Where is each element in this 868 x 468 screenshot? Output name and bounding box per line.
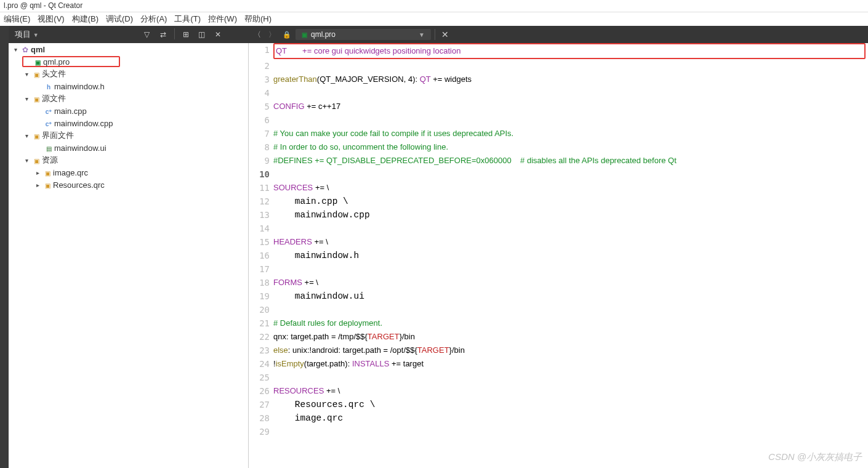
editor-tab-bar: 〈 〉 🔒 ▣ qml.pro ▼ ✕: [249, 26, 868, 43]
folder-icon: ▣: [34, 133, 39, 140]
h-file-icon: h: [47, 84, 50, 91]
tree-folder-forms[interactable]: ▾ ▣ 界面文件: [9, 129, 248, 142]
tree-folder-resources[interactable]: ▾ ▣ 资源: [9, 154, 248, 166]
project-icon: ✿: [22, 46, 28, 54]
tree-file-resource[interactable]: ▸ ▣ Resources.qrc: [9, 179, 248, 191]
tree-file-header[interactable]: h mainwindow.h: [9, 80, 248, 92]
tree-file-resource[interactable]: ▸ ▣ image.qrc: [9, 166, 248, 179]
close-tab-button[interactable]: ✕: [439, 30, 451, 39]
lock-icon[interactable]: 🔒: [281, 28, 293, 41]
menu-view[interactable]: 视图(V): [38, 14, 64, 25]
chevron-down-icon[interactable]: ▾: [22, 95, 31, 102]
code-text: QT += core gui quickwidgets positioning …: [276, 46, 460, 55]
pro-file-icon: ▣: [35, 59, 41, 66]
file-tab[interactable]: ▣ qml.pro ▼: [295, 29, 431, 40]
nav-forward-button[interactable]: 〉: [266, 28, 278, 41]
tree-file-form[interactable]: ▤ mainwindow.ui: [9, 142, 248, 154]
chevron-down-icon[interactable]: ▾: [22, 157, 31, 164]
tree-item-label: Resources.qrc: [53, 180, 105, 190]
tree-item-label: 头文件: [42, 68, 66, 79]
menu-edit[interactable]: 编辑(E): [4, 14, 30, 25]
file-tab-label: qml.pro: [311, 30, 415, 39]
tree-item-label: mainwindow.h: [54, 82, 105, 91]
split-icon[interactable]: ◫: [196, 28, 208, 41]
tree-folder-sources[interactable]: ▾ ▣ 源文件: [9, 92, 248, 105]
menu-build[interactable]: 构建(B): [72, 14, 98, 25]
cpp-file-icon: c⁺: [46, 121, 52, 127]
menu-help[interactable]: 帮助(H): [244, 14, 271, 25]
filter-icon[interactable]: ▽: [141, 28, 153, 41]
tree-item-label: 界面文件: [42, 130, 74, 141]
tree-item-label: main.cpp: [54, 107, 87, 116]
link-icon[interactable]: ⇄: [157, 28, 169, 41]
tree-file-qml-pro[interactable]: ▣ qml.pro: [9, 55, 248, 68]
window-title: l.pro @ qml - Qt Creator: [0, 0, 868, 12]
nav-back-button[interactable]: 〈: [251, 28, 263, 41]
chevron-down-icon[interactable]: ▾: [22, 71, 31, 78]
tree-item-label: image.qrc: [53, 168, 88, 177]
editor-area: 〈 〉 🔒 ▣ qml.pro ▼ ✕ 1QT += core gui quic…: [249, 43, 868, 468]
chevron-down-icon[interactable]: ▾: [11, 46, 20, 53]
close-panel-icon[interactable]: ✕: [212, 28, 224, 41]
code-editor[interactable]: 1QT += core gui quickwidgets positioning…: [249, 43, 868, 468]
tree-folder-headers[interactable]: ▾ ▣ 头文件: [9, 68, 248, 80]
menu-analyze[interactable]: 分析(A): [140, 14, 167, 25]
qrc-file-icon: ▣: [45, 170, 50, 177]
ui-file-icon: ▤: [46, 145, 52, 152]
tree-file-source[interactable]: c⁺ main.cpp: [9, 105, 248, 117]
add-icon[interactable]: ⊞: [180, 28, 192, 41]
qrc-file-icon: ▣: [45, 182, 50, 189]
tree-item-label: qml.pro: [43, 57, 70, 67]
project-tree: ▾ ✿ qml ▣ qml.pro ▾ ▣ 头文件 h mainwindow.h…: [9, 43, 249, 468]
chevron-down-icon[interactable]: ▼: [419, 31, 425, 38]
tree-file-source[interactable]: c⁺ mainwindow.cpp: [9, 117, 248, 129]
chevron-down-icon[interactable]: ▾: [22, 132, 31, 139]
tree-item-label: mainwindow.cpp: [54, 119, 113, 128]
project-root-label: qml: [31, 45, 45, 54]
project-dropdown[interactable]: 项目 ▼: [9, 29, 45, 40]
menu-tools[interactable]: 工具(T): [174, 14, 201, 25]
left-activity-bar[interactable]: [0, 43, 9, 468]
tree-project-root[interactable]: ▾ ✿ qml: [9, 43, 248, 55]
chevron-right-icon[interactable]: ▸: [33, 169, 42, 176]
tree-item-label: mainwindow.ui: [54, 143, 106, 153]
folder-icon: ▣: [34, 71, 39, 78]
cpp-file-icon: c⁺: [46, 108, 52, 115]
chevron-right-icon[interactable]: ▸: [33, 182, 42, 188]
tree-item-label: 源文件: [42, 93, 66, 104]
folder-icon: ▣: [34, 158, 39, 164]
folder-icon: ▣: [34, 96, 39, 103]
menu-bar: 编辑(E) 视图(V) 构建(B) 调试(D) 分析(A) 工具(T) 控件(W…: [0, 12, 868, 26]
menu-widgets[interactable]: 控件(W): [208, 14, 237, 25]
menu-debug[interactable]: 调试(D): [106, 14, 133, 25]
tree-item-label: 资源: [42, 155, 58, 166]
pro-file-icon: ▣: [302, 31, 307, 38]
